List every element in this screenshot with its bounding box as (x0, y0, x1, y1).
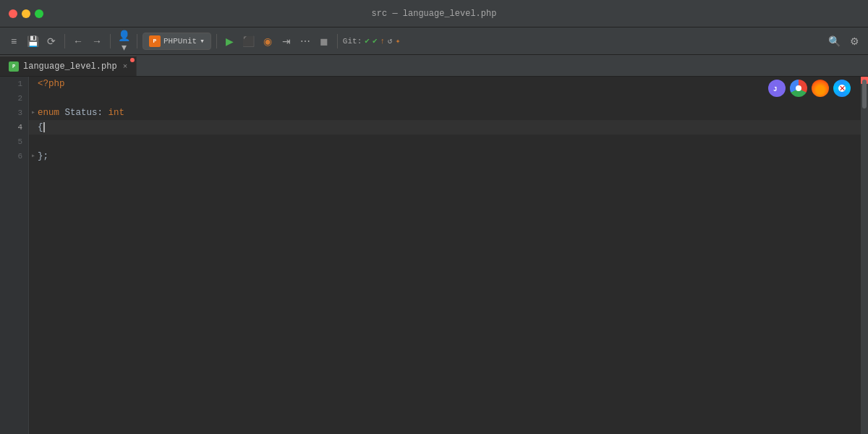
chrome-icon[interactable] (790, 80, 807, 97)
overlay-browser-icons: J (768, 80, 851, 97)
titlebar: src — language_level.php (0, 0, 868, 27)
menu-button[interactable]: ≡ (6, 33, 22, 49)
tab-filename: language_level.php (23, 61, 117, 72)
tabbar: P language_level.php × (0, 55, 868, 77)
svg-text:J: J (773, 86, 777, 93)
fold-icon-6[interactable]: ▸ (29, 152, 38, 161)
line-number-6: 6 (0, 149, 28, 163)
code-line-3[interactable]: ▸ enum Status: int (29, 106, 861, 120)
step-button[interactable]: ⇥ (278, 33, 294, 49)
tab-error-indicator (130, 58, 135, 62)
maximize-button[interactable] (35, 9, 43, 18)
jetbrains-icon[interactable]: J (768, 80, 786, 97)
line-number-1: 1 (0, 77, 28, 91)
minimize-button[interactable] (22, 9, 30, 18)
save-button[interactable]: 💾 (25, 33, 41, 49)
safari-icon[interactable] (833, 80, 851, 97)
forward-button[interactable]: → (89, 33, 105, 49)
code-token-classname: Status: (59, 106, 109, 120)
code-token-enum: enum (38, 106, 59, 120)
code-token-php-open: <?php (38, 77, 65, 91)
more-button[interactable]: ⋯ (297, 33, 313, 49)
git-checkmark-2[interactable]: ✔ (373, 36, 378, 46)
code-editor[interactable]: J <?php ▸ enum Status: (29, 77, 861, 434)
person-button[interactable]: 👤▾ (116, 33, 132, 49)
separator-2 (110, 34, 111, 48)
separator-4 (216, 34, 217, 48)
git-refresh[interactable]: ↺ (388, 36, 393, 46)
window-title: src — language_level.php (372, 9, 497, 19)
phpunit-dropdown[interactable]: P PHPUnit ▾ (142, 33, 211, 50)
scrollbar-thumb[interactable] (862, 80, 867, 109)
phpunit-icon: P (149, 35, 161, 47)
git-star[interactable]: ✦ (396, 36, 401, 46)
close-button[interactable] (9, 9, 17, 18)
editor-scrollbar[interactable] (861, 77, 868, 434)
debug-run-button[interactable]: ⬛ (241, 33, 257, 49)
tab-icon-label: P (12, 64, 15, 69)
code-token-int: int (109, 106, 125, 120)
phpunit-label: PHPUnit (163, 37, 197, 46)
toolbar: ≡ 💾 ⟳ ← → 👤▾ P PHPUnit ▾ ▶ ⬛ ◉ ⇥ ⋯ ◼ Git… (0, 27, 868, 55)
code-token-open-brace: { (38, 120, 43, 135)
file-tab[interactable]: P language_level.php × (0, 56, 137, 76)
code-line-4[interactable]: { (29, 120, 861, 135)
line-number-4: 4 (0, 120, 28, 135)
git-section: Git: ✔ ✔ ↑ ↺ ✦ (343, 36, 401, 46)
toolbar-right: 🔍 ⚙ (826, 33, 862, 49)
text-cursor (43, 122, 45, 132)
line-numbers-gutter: 1 2 3 4 5 6 (0, 77, 29, 434)
firefox-icon[interactable] (812, 80, 829, 97)
line-number-2: 2 (0, 91, 28, 106)
code-line-5[interactable] (29, 135, 861, 149)
fold-icon-3[interactable]: ▸ (29, 109, 38, 117)
settings-button[interactable]: ⚙ (846, 33, 862, 49)
separator-3 (137, 34, 137, 48)
stop-button[interactable]: ◼ (316, 33, 332, 49)
search-button[interactable]: 🔍 (826, 33, 842, 49)
code-token-close-brace: }; (38, 149, 48, 163)
code-line-2[interactable] (29, 91, 861, 106)
line-number-5: 5 (0, 135, 28, 149)
git-arrow[interactable]: ↑ (380, 37, 386, 46)
line-number-3: 3 (0, 106, 28, 120)
tab-file-icon: P (9, 61, 19, 72)
separator-5 (337, 34, 338, 48)
git-checkmark-1: ✔ (365, 36, 370, 46)
editor-container: 1 2 3 4 5 6 J (0, 77, 868, 434)
refresh-button[interactable]: ⟳ (43, 33, 59, 49)
code-line-6[interactable]: ▸ }; (29, 149, 861, 163)
phpunit-dropdown-arrow: ▾ (200, 36, 205, 46)
back-button[interactable]: ← (70, 33, 86, 49)
traffic-lights (0, 9, 43, 18)
separator-1 (64, 34, 65, 48)
coverage-button[interactable]: ◉ (260, 33, 276, 49)
code-line-1[interactable]: <?php (29, 77, 861, 91)
run-button[interactable]: ▶ (222, 33, 238, 49)
tab-close-button[interactable]: × (123, 62, 128, 71)
git-label: Git: (343, 37, 362, 46)
